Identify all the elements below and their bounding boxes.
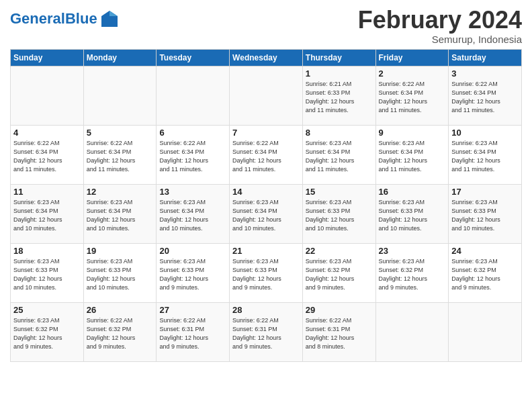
cell-info: Sunrise: 6:22 AM Sunset: 6:34 PM Dayligh… <box>232 139 300 174</box>
cell-info: Sunrise: 6:23 AM Sunset: 6:34 PM Dayligh… <box>306 139 373 174</box>
cell-info: Sunrise: 6:22 AM Sunset: 6:31 PM Dayligh… <box>232 316 300 351</box>
calendar-cell: 29Sunrise: 6:22 AM Sunset: 6:31 PM Dayli… <box>302 302 375 361</box>
day-number: 26 <box>87 305 154 315</box>
logo-icon <box>100 9 119 28</box>
calendar-page: GeneralBlue February 2024 Semurup, Indon… <box>0 0 532 411</box>
calendar-cell: 25Sunrise: 6:23 AM Sunset: 6:32 PM Dayli… <box>11 302 84 361</box>
calendar-cell: 1Sunrise: 6:21 AM Sunset: 6:33 PM Daylig… <box>302 66 375 125</box>
calendar-cell: 17Sunrise: 6:23 AM Sunset: 6:33 PM Dayli… <box>449 184 522 243</box>
cell-info: Sunrise: 6:23 AM Sunset: 6:32 PM Dayligh… <box>13 316 81 351</box>
day-number: 4 <box>13 128 81 138</box>
calendar-header: SundayMondayTuesdayWednesdayThursdayFrid… <box>11 49 522 66</box>
calendar-cell: 12Sunrise: 6:23 AM Sunset: 6:34 PM Dayli… <box>83 184 157 243</box>
month-title: February 2024 <box>358 7 522 34</box>
cell-info: Sunrise: 6:22 AM Sunset: 6:34 PM Dayligh… <box>451 80 519 115</box>
day-header-friday: Friday <box>375 49 449 66</box>
logo: GeneralBlue <box>10 9 119 28</box>
day-number: 29 <box>306 305 373 315</box>
calendar-cell: 14Sunrise: 6:23 AM Sunset: 6:34 PM Dayli… <box>230 184 303 243</box>
calendar-cell: 22Sunrise: 6:23 AM Sunset: 6:32 PM Dayli… <box>302 243 375 302</box>
cell-info: Sunrise: 6:22 AM Sunset: 6:34 PM Dayligh… <box>379 80 446 115</box>
svg-marker-1 <box>109 11 118 16</box>
cell-info: Sunrise: 6:23 AM Sunset: 6:33 PM Dayligh… <box>13 257 81 292</box>
cell-info: Sunrise: 6:23 AM Sunset: 6:33 PM Dayligh… <box>379 198 446 233</box>
week-row-3: 11Sunrise: 6:23 AM Sunset: 6:34 PM Dayli… <box>11 184 522 243</box>
calendar-body: 1Sunrise: 6:21 AM Sunset: 6:33 PM Daylig… <box>11 66 522 361</box>
day-number: 5 <box>87 128 154 138</box>
day-number: 18 <box>13 246 81 256</box>
week-row-2: 4Sunrise: 6:22 AM Sunset: 6:34 PM Daylig… <box>11 125 522 184</box>
day-number: 6 <box>159 128 226 138</box>
calendar-cell: 6Sunrise: 6:22 AM Sunset: 6:34 PM Daylig… <box>157 125 230 184</box>
day-number: 8 <box>306 128 373 138</box>
day-number: 19 <box>87 246 154 256</box>
cell-info: Sunrise: 6:23 AM Sunset: 6:34 PM Dayligh… <box>379 139 446 174</box>
cell-info: Sunrise: 6:23 AM Sunset: 6:33 PM Dayligh… <box>232 257 300 292</box>
day-header-sunday: Sunday <box>11 49 84 66</box>
week-row-4: 18Sunrise: 6:23 AM Sunset: 6:33 PM Dayli… <box>11 243 522 302</box>
cell-info: Sunrise: 6:23 AM Sunset: 6:33 PM Dayligh… <box>306 198 373 233</box>
cell-info: Sunrise: 6:23 AM Sunset: 6:34 PM Dayligh… <box>87 198 154 233</box>
calendar-table: SundayMondayTuesdayWednesdayThursdayFrid… <box>10 49 522 362</box>
cell-info: Sunrise: 6:23 AM Sunset: 6:34 PM Dayligh… <box>451 139 519 174</box>
calendar-cell: 13Sunrise: 6:23 AM Sunset: 6:34 PM Dayli… <box>157 184 230 243</box>
cell-info: Sunrise: 6:21 AM Sunset: 6:33 PM Dayligh… <box>306 80 373 115</box>
cell-info: Sunrise: 6:23 AM Sunset: 6:33 PM Dayligh… <box>159 257 226 292</box>
calendar-cell: 2Sunrise: 6:22 AM Sunset: 6:34 PM Daylig… <box>375 66 449 125</box>
header: GeneralBlue February 2024 Semurup, Indon… <box>10 7 522 45</box>
calendar-cell: 27Sunrise: 6:22 AM Sunset: 6:31 PM Dayli… <box>157 302 230 361</box>
cell-info: Sunrise: 6:23 AM Sunset: 6:32 PM Dayligh… <box>379 257 446 292</box>
calendar-cell: 20Sunrise: 6:23 AM Sunset: 6:33 PM Dayli… <box>157 243 230 302</box>
calendar-cell: 21Sunrise: 6:23 AM Sunset: 6:33 PM Dayli… <box>230 243 303 302</box>
day-number: 24 <box>451 246 519 256</box>
day-number: 12 <box>87 187 154 197</box>
day-number: 2 <box>379 68 446 79</box>
calendar-cell: 11Sunrise: 6:23 AM Sunset: 6:34 PM Dayli… <box>11 184 84 243</box>
cell-info: Sunrise: 6:23 AM Sunset: 6:33 PM Dayligh… <box>87 257 154 292</box>
day-number: 20 <box>159 246 226 256</box>
calendar-cell: 23Sunrise: 6:23 AM Sunset: 6:32 PM Dayli… <box>375 243 449 302</box>
calendar-cell <box>83 66 157 125</box>
day-header-saturday: Saturday <box>449 49 522 66</box>
calendar-cell <box>157 66 230 125</box>
day-number: 27 <box>159 305 226 315</box>
day-number: 23 <box>379 246 446 256</box>
cell-info: Sunrise: 6:23 AM Sunset: 6:33 PM Dayligh… <box>451 198 519 233</box>
calendar-cell: 16Sunrise: 6:23 AM Sunset: 6:33 PM Dayli… <box>375 184 449 243</box>
day-number: 22 <box>306 246 373 256</box>
day-number: 16 <box>379 187 446 197</box>
day-number: 17 <box>451 187 519 197</box>
calendar-cell <box>11 66 84 125</box>
day-number: 7 <box>232 128 300 138</box>
calendar-cell: 8Sunrise: 6:23 AM Sunset: 6:34 PM Daylig… <box>302 125 375 184</box>
cell-info: Sunrise: 6:23 AM Sunset: 6:34 PM Dayligh… <box>232 198 300 233</box>
day-number: 15 <box>306 187 373 197</box>
week-row-1: 1Sunrise: 6:21 AM Sunset: 6:33 PM Daylig… <box>11 66 522 125</box>
day-header-monday: Monday <box>83 49 157 66</box>
calendar-cell: 5Sunrise: 6:22 AM Sunset: 6:34 PM Daylig… <box>83 125 157 184</box>
day-number: 3 <box>451 68 519 79</box>
calendar-cell: 7Sunrise: 6:22 AM Sunset: 6:34 PM Daylig… <box>230 125 303 184</box>
day-number: 21 <box>232 246 300 256</box>
day-header-wednesday: Wednesday <box>230 49 303 66</box>
calendar-cell: 28Sunrise: 6:22 AM Sunset: 6:31 PM Dayli… <box>230 302 303 361</box>
day-number: 10 <box>451 128 519 138</box>
day-number: 28 <box>232 305 300 315</box>
cell-info: Sunrise: 6:23 AM Sunset: 6:34 PM Dayligh… <box>13 198 81 233</box>
cell-info: Sunrise: 6:22 AM Sunset: 6:34 PM Dayligh… <box>13 139 81 174</box>
calendar-cell <box>230 66 303 125</box>
cell-info: Sunrise: 6:22 AM Sunset: 6:32 PM Dayligh… <box>87 316 154 351</box>
calendar-cell: 4Sunrise: 6:22 AM Sunset: 6:34 PM Daylig… <box>11 125 84 184</box>
calendar-cell: 26Sunrise: 6:22 AM Sunset: 6:32 PM Dayli… <box>83 302 157 361</box>
cell-info: Sunrise: 6:22 AM Sunset: 6:34 PM Dayligh… <box>159 139 226 174</box>
calendar-cell: 24Sunrise: 6:23 AM Sunset: 6:32 PM Dayli… <box>449 243 522 302</box>
cell-info: Sunrise: 6:23 AM Sunset: 6:32 PM Dayligh… <box>451 257 519 292</box>
calendar-cell: 9Sunrise: 6:23 AM Sunset: 6:34 PM Daylig… <box>375 125 449 184</box>
title-block: February 2024 Semurup, Indonesia <box>358 7 522 45</box>
day-number: 1 <box>306 68 373 79</box>
day-header-tuesday: Tuesday <box>157 49 230 66</box>
calendar-cell: 10Sunrise: 6:23 AM Sunset: 6:34 PM Dayli… <box>449 125 522 184</box>
cell-info: Sunrise: 6:23 AM Sunset: 6:32 PM Dayligh… <box>306 257 373 292</box>
cell-info: Sunrise: 6:23 AM Sunset: 6:34 PM Dayligh… <box>159 198 226 233</box>
cell-info: Sunrise: 6:22 AM Sunset: 6:34 PM Dayligh… <box>87 139 154 174</box>
